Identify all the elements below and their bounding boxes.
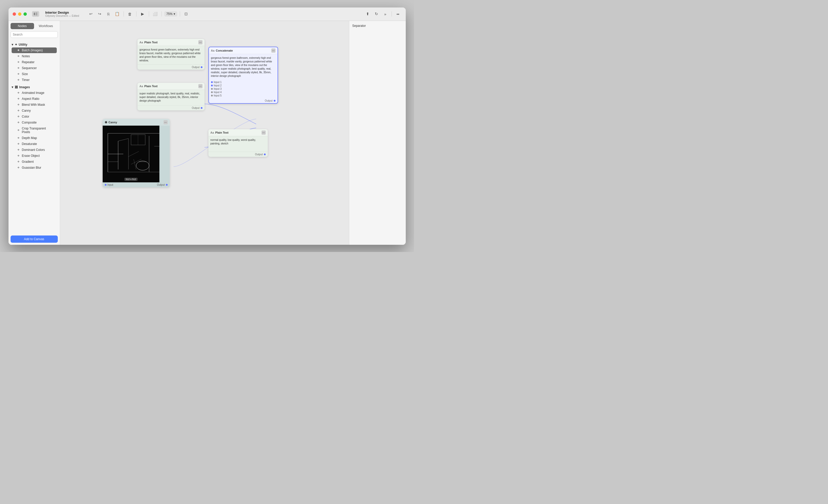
paste-button[interactable]: 📋 xyxy=(114,10,121,17)
delete-button[interactable]: 🗑 xyxy=(126,10,134,17)
aspect-ratio-icon: ❖ xyxy=(17,97,20,100)
sidebar-item-notes[interactable]: ❖ Notes xyxy=(12,53,57,59)
input-label: Input 5 xyxy=(214,94,222,97)
output-label: Output xyxy=(265,99,273,102)
input-row-4: Input 4 xyxy=(211,90,276,94)
copy-button[interactable]: ⎘ xyxy=(105,10,112,17)
panel-toggle-button[interactable]: ▪▪ xyxy=(395,10,402,17)
add-to-canvas-button[interactable]: Add to Canvas xyxy=(10,236,58,243)
node-title: Aa Concatenate xyxy=(211,49,233,52)
sidebar-item-repeater[interactable]: ❖ Repeater xyxy=(12,59,57,65)
undo-button[interactable]: ↩ xyxy=(87,10,95,17)
node-close-button[interactable]: — xyxy=(198,40,203,44)
close-button[interactable] xyxy=(13,12,16,16)
input-dot xyxy=(211,85,213,86)
zoom-chevron-icon: ▾ xyxy=(174,12,175,16)
right-panel: Separator xyxy=(349,21,406,245)
svg-rect-2 xyxy=(36,14,37,14)
concatenate-node[interactable]: Aa Concatenate — gorgeous forest green b… xyxy=(208,47,278,104)
node-title-label: Concatenate xyxy=(216,49,233,52)
canvas-area[interactable]: Aa Plain Text — gorgeous forest green ba… xyxy=(60,21,349,245)
sidebar-item-gradient[interactable]: ❖ Gradient xyxy=(12,159,57,165)
node-title-label: Plain Text xyxy=(144,41,158,44)
share-button[interactable]: ⬆ xyxy=(364,10,371,17)
plain-text-node-2[interactable]: Aa Plain Text — super realistic photogra… xyxy=(137,83,205,111)
fullscreen-button[interactable] xyxy=(24,12,27,16)
node-footer: Output xyxy=(137,65,205,70)
sidebar-item-label: Size xyxy=(22,72,28,76)
sidebar-item-erase-object[interactable]: ❖ Erase Object xyxy=(12,153,57,159)
sidebar-item-animated-image[interactable]: ❖ Animated Image xyxy=(12,90,57,96)
sidebar-item-size[interactable]: ❖ Size xyxy=(12,71,57,77)
sidebar-item-timer[interactable]: ❖ Timer xyxy=(12,77,57,83)
plain-text-icon: Aa xyxy=(139,41,143,44)
output-label: Output xyxy=(192,107,199,109)
node-content: super realistic photograph, best quality… xyxy=(139,92,200,102)
svg-rect-1 xyxy=(36,13,37,13)
sidebar-item-depth-map[interactable]: ❖ Depth Map xyxy=(12,135,57,141)
canny-node[interactable]: ◉ Canny — xyxy=(103,119,170,187)
input-label: Input 1 xyxy=(214,81,222,84)
redo-button[interactable]: ↪ xyxy=(96,10,104,17)
sidebar-toggle-button[interactable] xyxy=(32,11,39,17)
frame-button[interactable]: ⬜ xyxy=(152,10,159,17)
canny-header: ◉ Canny — xyxy=(103,119,170,126)
section-header-utility[interactable]: ▾ ✦ Utility xyxy=(10,42,58,47)
sidebar-item-canny[interactable]: ❖ Canny xyxy=(12,108,57,114)
sidebar-item-color[interactable]: ❖ Color xyxy=(12,114,57,119)
section-header-images[interactable]: ▾ 🖼 Images xyxy=(10,85,58,90)
play-button[interactable]: ▶ xyxy=(139,10,146,17)
sidebar-item-label: Composite xyxy=(22,121,37,124)
input-label: Input 2 xyxy=(214,84,222,87)
node-close-button[interactable]: — xyxy=(198,84,203,88)
node-footer: Output xyxy=(137,105,205,111)
plain-text-node-3[interactable]: Aa Plain Text — normal quality, low qual… xyxy=(208,129,268,157)
node-header: Aa Plain Text — xyxy=(208,129,268,136)
crop-button[interactable]: ⊡ xyxy=(182,10,190,17)
sequencer-icon: ❖ xyxy=(17,66,20,70)
node-title-label: Plain Text xyxy=(144,85,158,88)
repeater-icon: ❖ xyxy=(17,60,20,64)
node-header: Aa Concatenate — xyxy=(209,47,278,54)
sidebar-item-gaussian-blur[interactable]: ❖ Guassian Blur xyxy=(12,165,57,170)
sidebar-item-blend-with-mask[interactable]: ❖ Blend With Mask xyxy=(12,102,57,108)
sidebar-item-aspect-ratio[interactable]: ❖ Aspect Ratio xyxy=(12,96,57,101)
app-window: Interior Design Odyssey Document — Edite… xyxy=(8,7,406,245)
more-button[interactable]: » xyxy=(382,10,389,17)
output-dot xyxy=(274,100,276,101)
input-dot xyxy=(211,95,213,96)
minimize-button[interactable] xyxy=(18,12,22,16)
sidebar: Nodes Workflows ▾ ✦ Utility ❖ Batch (Ima… xyxy=(8,21,60,245)
plain-text-icon-2: Aa xyxy=(139,85,143,88)
sidebar-list: ▾ ✦ Utility ❖ Batch (Images) ❖ Notes ❖ xyxy=(8,40,60,234)
plain-text-node-1[interactable]: Aa Plain Text — gorgeous forest green ba… xyxy=(137,39,205,70)
refresh-button[interactable]: ↻ xyxy=(373,10,380,17)
zoom-selector[interactable]: 75% ▾ xyxy=(164,11,177,16)
sidebar-item-label: Batch (Images) xyxy=(22,48,43,52)
tab-workflows[interactable]: Workflows xyxy=(34,23,58,29)
input-row-1: Input 1 xyxy=(211,81,276,84)
sidebar-item-batch-images[interactable]: ❖ Batch (Images) xyxy=(12,47,57,53)
canny-svg xyxy=(103,126,159,182)
desaturate-icon: ❖ xyxy=(17,142,20,146)
node-content: gorgeous forest green bathroom, extremel… xyxy=(139,48,201,62)
node-title: Aa Plain Text xyxy=(139,41,158,44)
sidebar-item-label: Depth Map xyxy=(22,136,37,140)
canny-title-label: Canny xyxy=(109,121,117,124)
tab-nodes[interactable]: Nodes xyxy=(10,23,34,29)
sidebar-item-desaturate[interactable]: ❖ Desaturate xyxy=(12,141,57,147)
sidebar-item-sequencer[interactable]: ❖ Sequencer xyxy=(12,65,57,71)
sidebar-item-dominant-colors[interactable]: ❖ Dominant Colors xyxy=(12,147,57,153)
node-close-button[interactable]: — xyxy=(272,48,276,53)
sidebar-item-crop-transparent[interactable]: ❖ Crop Transparent Pixels xyxy=(12,126,57,135)
sidebar-item-composite[interactable]: ❖ Composite xyxy=(12,120,57,125)
app-title: Interior Design xyxy=(45,10,79,14)
gaussian-blur-icon: ❖ xyxy=(17,166,20,169)
color-icon: ❖ xyxy=(17,115,20,118)
utility-icon: ✦ xyxy=(15,43,17,46)
node-body: super realistic photograph, best quality… xyxy=(137,90,205,105)
canny-close-button[interactable]: — xyxy=(164,120,168,124)
node-header: Aa Plain Text — xyxy=(137,39,205,46)
node-close-button[interactable]: — xyxy=(261,130,266,135)
search-input[interactable] xyxy=(10,31,58,38)
